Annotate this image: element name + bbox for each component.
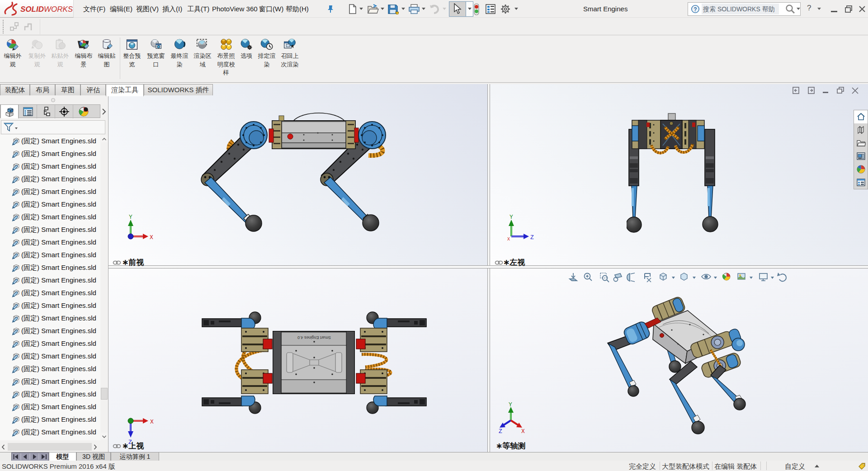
svg-text:?: ?: [693, 6, 697, 13]
svg-text:Smart Engines 4.0: Smart Engines 4.0: [297, 335, 331, 340]
svg-text:X: X: [150, 234, 153, 241]
svg-text:Y: Y: [509, 401, 512, 408]
svg-text:X: X: [150, 419, 154, 425]
svg-text:Y: Y: [509, 214, 513, 221]
svg-text:X: X: [507, 237, 510, 242]
svg-text:Z: Z: [530, 234, 534, 241]
svg-text:X: X: [521, 428, 525, 435]
svg-text:Y: Y: [129, 214, 132, 221]
svg-text:Z: Z: [499, 428, 502, 435]
svg-text:SOLIDWORKS: SOLIDWORKS: [20, 5, 73, 14]
